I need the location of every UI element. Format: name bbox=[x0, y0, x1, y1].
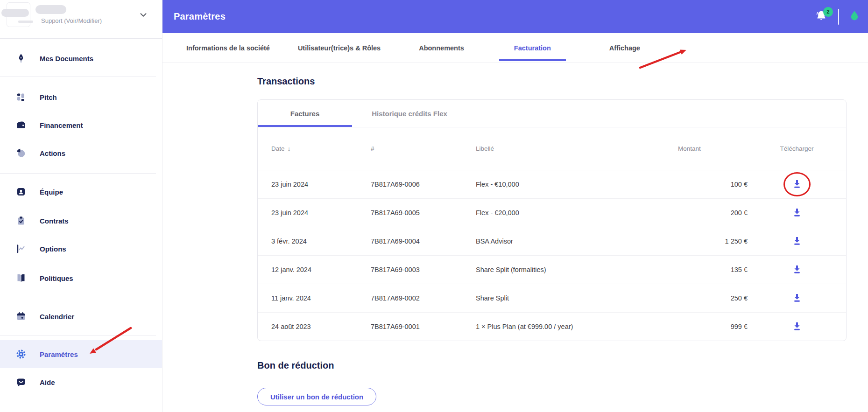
droplet-status-button[interactable] bbox=[848, 10, 861, 24]
cell-number: 7B817A69-0003 bbox=[371, 266, 476, 273]
open-book-icon bbox=[15, 272, 27, 284]
cell-date: 23 juin 2024 bbox=[271, 209, 371, 216]
notifications-button[interactable]: 2 bbox=[815, 9, 829, 24]
table-row: 3 févr. 2024 7B817A69-0004 BSA Advisor 1… bbox=[258, 227, 846, 255]
transactions-card-tabs: Factures Historique crédits Flex bbox=[258, 100, 846, 127]
cell-amount: 999 € bbox=[673, 323, 748, 330]
sidebar-item-contrats[interactable]: Contrats bbox=[0, 207, 162, 235]
sidebar-item-equipe[interactable]: Équipe bbox=[0, 178, 162, 206]
transactions-title: Transactions bbox=[257, 75, 847, 88]
topbar: Paramètres 2 bbox=[162, 0, 868, 33]
wallet-icon bbox=[15, 119, 27, 131]
table-row: 23 juin 2024 7B817A69-0005 Flex - €20,00… bbox=[258, 198, 846, 227]
column-header-telecharger: Télécharger bbox=[748, 145, 846, 152]
cell-number: 7B817A69-0005 bbox=[371, 209, 476, 216]
chevron-down-icon[interactable] bbox=[138, 10, 148, 20]
notification-badge: 2 bbox=[823, 7, 833, 17]
sidebar-item-label: Contrats bbox=[40, 217, 69, 225]
sidebar-item-options[interactable]: Options bbox=[0, 235, 162, 263]
sort-descending-icon: ↓ bbox=[288, 145, 291, 153]
sidebar-item-label: Paramètres bbox=[40, 350, 78, 358]
company-logo-text-redacted bbox=[18, 21, 33, 23]
download-invoice-button[interactable] bbox=[791, 235, 803, 247]
sidebar-item-mes-documents[interactable]: Mes Documents bbox=[0, 44, 162, 72]
workspace-selector[interactable]: Support (Voir/Modifier) bbox=[0, 0, 162, 39]
sidebar-item-parametres[interactable]: Paramètres bbox=[0, 340, 162, 368]
line-chart-icon bbox=[15, 243, 27, 254]
redacted-company-pill bbox=[35, 5, 66, 14]
download-icon bbox=[791, 236, 803, 247]
sidebar-item-financement[interactable]: Financement bbox=[0, 111, 162, 139]
cell-number: 7B817A69-0006 bbox=[371, 181, 476, 188]
cell-label: Share Split (formalities) bbox=[476, 266, 673, 273]
sidebar-item-label: Financement bbox=[40, 121, 83, 129]
sidebar-item-aide[interactable]: Aide bbox=[0, 368, 162, 396]
calendar-icon bbox=[15, 311, 27, 322]
cell-number: 7B817A69-0002 bbox=[371, 294, 476, 302]
cell-amount: 1 250 € bbox=[673, 237, 748, 245]
sidebar-item-label: Politiques bbox=[40, 274, 73, 282]
sidebar-item-label: Options bbox=[40, 245, 66, 253]
sidebar-item-label: Équipe bbox=[40, 188, 63, 196]
cell-number: 7B817A69-0004 bbox=[371, 237, 476, 245]
cell-label: Flex - €20,000 bbox=[476, 209, 673, 216]
sidebar-item-actions[interactable]: Actions bbox=[0, 139, 162, 167]
sidebar-divider bbox=[0, 335, 156, 335]
use-coupon-button[interactable]: Utiliser un bon de réduction bbox=[257, 388, 376, 405]
column-header-libelle: Libellé bbox=[476, 145, 673, 152]
chat-smile-icon bbox=[15, 377, 27, 388]
redacted-name-pill bbox=[1, 9, 29, 17]
download-invoice-button[interactable] bbox=[791, 178, 803, 190]
sidebar-divider bbox=[0, 297, 156, 297]
clipboard-check-icon bbox=[15, 215, 27, 226]
tab-affichage[interactable]: Affichage bbox=[609, 33, 640, 63]
invoice-table-header: Date ↓ # Libellé Montant Télécharger bbox=[258, 127, 846, 170]
tab-utilisateurs-roles[interactable]: Utilisateur(trice)s & Rôles bbox=[298, 33, 381, 63]
sidebar-item-politiques[interactable]: Politiques bbox=[0, 264, 162, 292]
sidebar-item-label: Calendrier bbox=[40, 313, 74, 321]
cell-date: 11 janv. 2024 bbox=[271, 294, 371, 302]
transactions-card: Factures Historique crédits Flex Date ↓ … bbox=[257, 99, 847, 341]
download-icon bbox=[791, 207, 803, 218]
settings-tabs: Informations de la société Utilisateur(t… bbox=[162, 33, 868, 63]
download-icon bbox=[791, 321, 803, 332]
cell-label: BSA Advisor bbox=[476, 237, 673, 245]
sidebar-item-label: Pitch bbox=[40, 93, 57, 101]
tab-informations-societe[interactable]: Informations de la société bbox=[186, 33, 270, 63]
tab-historique-credits-flex[interactable]: Historique crédits Flex bbox=[352, 100, 467, 127]
sidebar: Support (Voir/Modifier) Mes Documents bbox=[0, 0, 162, 412]
pie-chart-icon bbox=[15, 147, 27, 159]
download-icon bbox=[791, 293, 803, 304]
download-invoice-button[interactable] bbox=[791, 292, 803, 304]
facturation-content: Transactions Factures Historique crédits… bbox=[162, 75, 868, 405]
table-row: 24 août 2023 7B817A69-0001 1 × Plus Plan… bbox=[258, 312, 846, 341]
sidebar-item-calendrier[interactable]: Calendrier bbox=[0, 302, 162, 330]
sidebar-item-pitch[interactable]: Pitch bbox=[0, 83, 162, 111]
date-header-label: Date bbox=[271, 145, 285, 152]
topbar-actions: 2 bbox=[815, 9, 861, 25]
download-invoice-button[interactable] bbox=[791, 207, 803, 219]
cell-amount: 250 € bbox=[673, 294, 748, 302]
cell-date: 23 juin 2024 bbox=[271, 181, 371, 188]
table-row: 11 janv. 2024 7B817A69-0002 Share Split … bbox=[258, 284, 846, 312]
cell-amount: 135 € bbox=[673, 266, 748, 273]
tab-facturation[interactable]: Facturation bbox=[499, 33, 566, 63]
person-badge-icon bbox=[15, 186, 27, 197]
download-invoice-button[interactable] bbox=[791, 264, 803, 276]
cell-date: 3 févr. 2024 bbox=[271, 237, 371, 245]
topbar-divider bbox=[838, 9, 839, 25]
column-header-date[interactable]: Date ↓ bbox=[271, 145, 371, 153]
gear-icon bbox=[15, 349, 27, 360]
table-row: 23 juin 2024 7B817A69-0006 Flex - €10,00… bbox=[258, 170, 846, 198]
pen-nib-icon bbox=[15, 53, 27, 64]
tab-abonnements[interactable]: Abonnements bbox=[419, 33, 464, 63]
sidebar-item-label: Mes Documents bbox=[40, 55, 93, 63]
download-invoice-button[interactable] bbox=[791, 321, 803, 333]
download-icon bbox=[791, 264, 803, 275]
tab-factures[interactable]: Factures bbox=[258, 100, 352, 127]
download-icon bbox=[791, 179, 803, 190]
sidebar-divider bbox=[0, 173, 156, 174]
cell-amount: 200 € bbox=[673, 209, 748, 216]
main-area: Paramètres 2 Informations de la société … bbox=[162, 0, 868, 412]
coupon-section-title: Bon de réduction bbox=[257, 359, 847, 372]
